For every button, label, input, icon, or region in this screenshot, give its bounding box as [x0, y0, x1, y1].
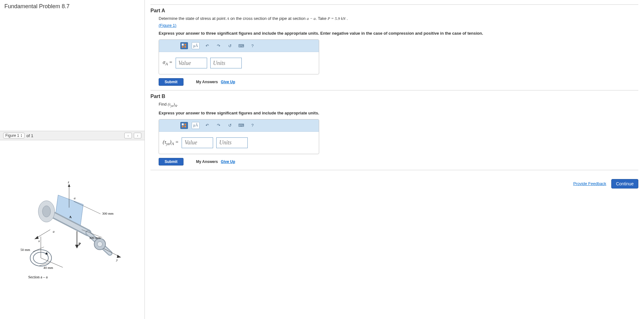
figure-1-link[interactable]: (Figure 1) — [159, 23, 176, 28]
part-a-answer-panel: μÅ ↶ ↷ ↺ ⌨ ? σA = — [159, 39, 319, 74]
svg-rect-31 — [184, 124, 186, 125]
part-a-body: Determine the state of stress at point A… — [150, 16, 638, 86]
svg-line-24 — [33, 247, 44, 252]
part-a-answer-row: σA = — [159, 52, 319, 74]
divider — [150, 170, 638, 170]
svg-marker-19 — [117, 255, 121, 258]
reset-icon[interactable]: ↺ — [226, 122, 234, 129]
sigma-a-label: σA = — [163, 60, 172, 67]
undo-icon[interactable]: ↶ — [203, 42, 211, 49]
figure-svg: z x y a a A P 300 mm 300 mm 50 mm 40 mm … — [3, 143, 141, 316]
point-a-label: A — [69, 215, 72, 219]
template-icon[interactable] — [180, 122, 188, 129]
axis-z-label: z — [68, 180, 70, 184]
units-input[interactable] — [210, 58, 242, 68]
part-a-heading: Part A — [150, 8, 638, 14]
left-pane: Fundamental Problem 8.7 Figure 1 ▲▼ of 1… — [0, 0, 145, 319]
provide-feedback-link[interactable]: Provide Feedback — [573, 181, 606, 186]
part-b-answer-panel: μÅ ↶ ↷ ↺ ⌨ ? (τyz)A = — [159, 119, 319, 154]
figure-bar: Figure 1 ▲▼ of 1 ‹ › — [0, 131, 144, 140]
units-input[interactable] — [216, 137, 248, 148]
part-b-prompt: Find (τyz)A. — [159, 102, 638, 107]
dim-300-bottom: 300 mm — [89, 236, 101, 240]
svg-rect-32 — [182, 126, 184, 127]
part-a-toolbar: μÅ ↶ ↷ ↺ ⌨ ? — [159, 40, 319, 52]
units-button[interactable]: μÅ — [192, 42, 200, 49]
stepper-icon: ▲▼ — [20, 134, 22, 137]
part-b-heading: Part B — [150, 94, 638, 99]
figure-next-button[interactable]: › — [134, 133, 141, 138]
help-icon[interactable]: ? — [249, 122, 256, 129]
part-b-format-instruction: Express your answer to three significant… — [159, 111, 638, 115]
give-up-link[interactable]: Give Up — [221, 80, 235, 84]
help-icon[interactable]: ? — [249, 42, 256, 49]
dim-40mm: 40 mm — [43, 266, 53, 270]
figure-prev-button[interactable]: ‹ — [124, 133, 132, 138]
dim-50mm: 50 mm — [20, 248, 30, 252]
divider — [150, 4, 638, 5]
redo-icon[interactable]: ↷ — [215, 42, 222, 49]
keyboard-icon[interactable]: ⌨ — [237, 42, 245, 49]
give-up-link[interactable]: Give Up — [221, 160, 235, 164]
section-a-top: a — [74, 196, 76, 200]
svg-marker-15 — [68, 184, 71, 187]
force-p-label: P — [78, 242, 81, 246]
part-b-answer-row: (τyz)A = — [159, 132, 319, 154]
divider — [150, 90, 638, 90]
keyboard-icon[interactable]: ⌨ — [237, 122, 245, 129]
tau-a-label: (τyz)A = — [163, 139, 178, 146]
svg-point-4 — [42, 206, 51, 217]
svg-rect-28 — [182, 46, 184, 48]
section-a-bottom: a — [53, 229, 55, 233]
footer-row: Provide Feedback Continue — [150, 179, 638, 188]
value-input[interactable] — [182, 137, 213, 148]
svg-rect-26 — [182, 44, 184, 45]
dim-300-top: 300 mm — [102, 212, 114, 215]
part-b-toolbar: μÅ ↶ ↷ ↺ ⌨ ? — [159, 119, 319, 132]
axis-y-label: y — [116, 258, 118, 262]
svg-marker-17 — [35, 236, 39, 239]
part-b-submit-row: Submit My Answers Give Up — [159, 158, 319, 165]
part-b-submit-button[interactable]: Submit — [159, 158, 184, 165]
axis-x-label: x — [38, 239, 40, 243]
part-a-format-instruction: Express your answer to three significant… — [159, 31, 638, 36]
svg-rect-30 — [182, 124, 184, 125]
undo-icon[interactable]: ↶ — [203, 122, 211, 129]
redo-icon[interactable]: ↷ — [215, 122, 222, 129]
value-input[interactable] — [176, 58, 207, 68]
figure-select[interactable]: Figure 1 ▲▼ — [3, 133, 25, 138]
continue-button[interactable]: Continue — [611, 179, 638, 188]
problem-title: Fundamental Problem 8.7 — [0, 0, 144, 131]
figure-select-label: Figure 1 — [5, 133, 19, 138]
svg-rect-29 — [184, 46, 186, 48]
figure-count: of 1 — [26, 133, 33, 138]
svg-point-8 — [97, 241, 102, 246]
svg-rect-33 — [184, 126, 186, 127]
reset-icon[interactable]: ↺ — [226, 42, 234, 49]
units-button[interactable]: μÅ — [192, 122, 200, 129]
right-pane: Part A Determine the state of stress at … — [145, 0, 644, 319]
svg-rect-27 — [184, 44, 186, 45]
my-answers-label: My Answers — [196, 80, 218, 84]
part-a-submit-row: Submit My Answers Give Up — [159, 78, 319, 86]
point-a-section: A — [45, 252, 48, 255]
my-answers-label: My Answers — [196, 160, 218, 164]
section-caption: Section a – a — [28, 275, 48, 279]
part-a-submit-button[interactable]: Submit — [159, 78, 184, 86]
part-a-prompt: Determine the state of stress at point A… — [159, 16, 638, 21]
template-icon[interactable] — [180, 42, 188, 49]
part-b-body: Find (τyz)A. Express your answer to thre… — [150, 102, 638, 165]
figure-canvas: z x y a a A P 300 mm 300 mm 50 mm 40 mm … — [0, 140, 144, 319]
